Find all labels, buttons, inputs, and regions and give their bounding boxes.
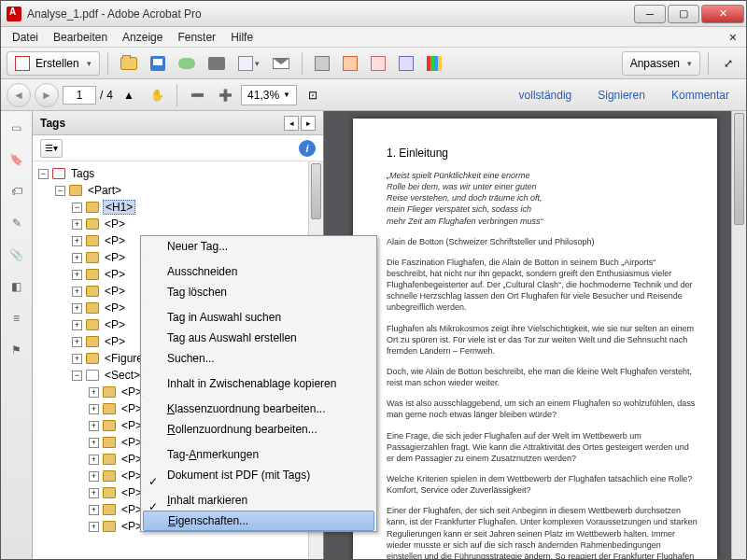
create-button[interactable]: Erstellen: [7, 51, 100, 76]
open-button[interactable]: [116, 51, 142, 76]
action-signieren[interactable]: Signieren: [586, 89, 656, 102]
fullscreen-button[interactable]: ⤢: [716, 51, 740, 76]
doc-close-icon[interactable]: ×: [724, 30, 742, 45]
cloud-button[interactable]: [174, 51, 200, 76]
customize-button[interactable]: Anpassen: [622, 51, 700, 76]
doc-p1: Die Faszination Flughafen, die Alain de …: [387, 257, 698, 314]
menu-item[interactable]: Neuer Tag...: [141, 236, 376, 257]
info-icon[interactable]: i: [299, 140, 316, 157]
doc-author: Alain de Botton (Schweizer Schriftstelle…: [387, 236, 698, 247]
export-icon: [343, 56, 358, 71]
scan-button[interactable]: [310, 51, 334, 76]
doc-p2: Flughafen als Mikrokosmos zeigt ihre Vie…: [387, 323, 698, 357]
left-sidebar: ▭ 🔖 🏷 ✎ 📎 ◧ ≡ ⚑: [1, 111, 33, 559]
menu-item[interactable]: Inhalt markieren: [141, 490, 376, 511]
tags-options-button[interactable]: ☰▾: [40, 139, 63, 158]
email-button[interactable]: [268, 51, 294, 76]
titlebar: Analyse_1.pdf - Adobe Acrobat Pro ─ ▢ ✕: [1, 1, 746, 27]
folder-icon: [120, 57, 137, 70]
hand-tool[interactable]: ✋: [145, 83, 169, 107]
tags-subbar: ☰▾ i: [33, 135, 323, 161]
fullscreen-icon: ⤢: [724, 57, 733, 70]
action-vollstaendig[interactable]: vollständig: [508, 89, 584, 102]
zoom-field[interactable]: 41,3%▼: [241, 85, 297, 105]
doc-p7: Einer der Flughäfen, der sich seit Anbeg…: [387, 505, 698, 559]
menu-separator: [143, 259, 144, 259]
menu-item[interactable]: Tag in Auswahl suchen: [141, 307, 376, 328]
combine-icon: [371, 56, 386, 71]
save-icon: [150, 56, 165, 71]
thumbnails-icon[interactable]: ▭: [7, 119, 26, 137]
doc-h1: 1. Einleitung: [387, 147, 448, 160]
menu-item[interactable]: Ausschneiden: [141, 261, 376, 282]
share-icon: [238, 56, 253, 71]
tags-prev[interactable]: ◂: [284, 116, 299, 131]
menu-item[interactable]: Tag aus Auswahl erstellen: [141, 328, 376, 348]
nav-toolbar: ◄ ► / 4 ▲ ✋ ➖ ➕ 41,3%▼ ⊡ vollständig Sig…: [1, 79, 746, 111]
select-tool[interactable]: ▲: [117, 83, 141, 107]
menu-item[interactable]: Tag löschen: [141, 282, 376, 302]
content-icon[interactable]: ≡: [7, 309, 26, 328]
attachments-icon[interactable]: 📎: [7, 245, 26, 264]
doc-p6: Welche Kriterien spielen in dem Wettbewe…: [387, 473, 698, 496]
signatures-icon[interactable]: ✎: [7, 214, 26, 232]
mail-icon: [273, 58, 289, 69]
page-input[interactable]: [63, 86, 96, 105]
doc-scrollbar[interactable]: [731, 111, 746, 559]
zoom-out-button[interactable]: ➖: [185, 83, 209, 107]
menu-item[interactable]: Tag-Anmerkungen: [141, 444, 376, 465]
colors-icon: [427, 56, 442, 71]
colors-button[interactable]: [422, 51, 446, 76]
prev-page-button[interactable]: ◄: [7, 83, 31, 107]
menu-separator: [143, 304, 144, 305]
action-kommentar[interactable]: Kommentar: [660, 89, 740, 102]
close-button[interactable]: ✕: [701, 5, 744, 23]
save-button[interactable]: [146, 51, 170, 76]
tags-header: Tags ◂ ▸: [33, 111, 323, 135]
page-sep: /: [100, 89, 103, 102]
window-title: Analyse_1.pdf - Adobe Acrobat Pro: [27, 7, 202, 21]
doc-p3: Doch, wie Alain de Botton beschreibt, eh…: [387, 366, 698, 388]
export-button[interactable]: [338, 51, 362, 76]
combine-button[interactable]: [366, 51, 390, 76]
menu-datei[interactable]: Datei: [5, 29, 46, 46]
menu-fenster[interactable]: Fenster: [170, 29, 223, 46]
bookmarks-icon[interactable]: 🔖: [7, 150, 26, 169]
tags-next[interactable]: ▸: [301, 116, 316, 131]
menu-separator: [143, 441, 144, 442]
create-label: Erstellen: [35, 57, 79, 70]
doc-quote: „Meist spielt Pünktlichkeit eine enorme …: [387, 170, 698, 227]
next-page-button[interactable]: ►: [35, 83, 59, 107]
menu-item[interactable]: Klassenzuordnung bearbeiten...: [141, 399, 376, 419]
customize-label: Anpassen: [630, 57, 680, 70]
main-toolbar: Erstellen Anpassen ⤢: [1, 48, 746, 79]
maximize-button[interactable]: ▢: [668, 5, 699, 23]
zoom-value: 41,3%: [247, 89, 279, 102]
share-button[interactable]: [233, 51, 264, 76]
print-button[interactable]: [204, 51, 230, 76]
stamp-button[interactable]: [394, 51, 418, 76]
menu-item[interactable]: Rollenzuordnung bearbeiten...: [141, 419, 376, 440]
pdf-icon: [15, 56, 30, 71]
marquee-zoom[interactable]: ⊡: [301, 83, 325, 107]
tree-node[interactable]: +<P>: [72, 216, 323, 232]
menu-anzeige[interactable]: Anzeige: [115, 29, 170, 46]
menu-item[interactable]: Dokument ist PDF (mit Tags): [141, 465, 376, 485]
tree-node[interactable]: −<H1>: [72, 199, 323, 216]
minimize-button[interactable]: ─: [634, 5, 666, 23]
order-icon[interactable]: ⚑: [7, 341, 26, 359]
zoom-in-button[interactable]: ➕: [213, 83, 237, 107]
menu-bearbeiten[interactable]: Bearbeiten: [46, 29, 115, 46]
tree-root[interactable]: −Tags: [38, 165, 323, 182]
print-icon: [208, 57, 225, 70]
tree-node[interactable]: −<Part>: [55, 182, 323, 199]
menu-item[interactable]: Suchen...: [141, 348, 376, 369]
cloud-icon: [178, 58, 195, 69]
stamp-icon: [399, 56, 414, 71]
doc-p4: Was ist also ausschlaggebend, um sich an…: [387, 398, 698, 420]
menu-item[interactable]: Inhalt in Zwischenablage kopieren: [141, 373, 376, 394]
menu-hilfe[interactable]: Hilfe: [223, 29, 261, 46]
menu-item[interactable]: Eigenschaften...: [143, 511, 374, 531]
tags-icon[interactable]: 🏷: [7, 182, 26, 201]
layers-icon[interactable]: ◧: [7, 277, 26, 296]
